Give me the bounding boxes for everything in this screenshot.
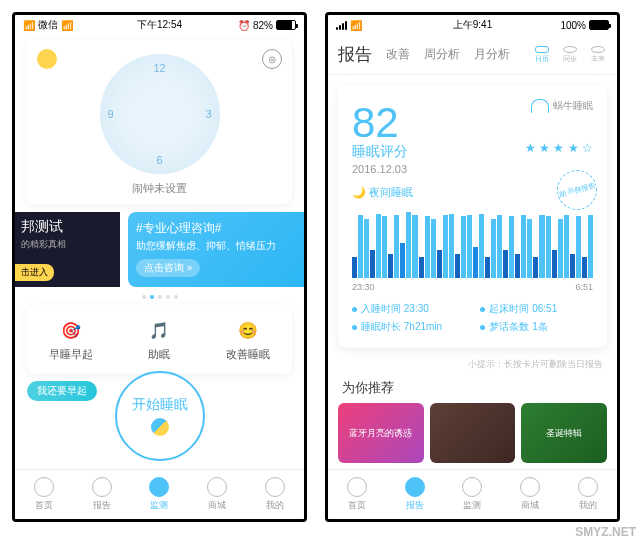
tab-report-r[interactable]: 报告 [386, 470, 444, 519]
clock-3: 3 [205, 108, 211, 120]
report-icon [405, 477, 425, 497]
face-icon: 😊 [235, 317, 261, 343]
banner1-sub: 的精彩真相 [21, 238, 114, 251]
tab-shop[interactable]: 商城 [188, 470, 246, 519]
target-icon: 🎯 [58, 317, 84, 343]
banner-test[interactable]: 邦测试 的精彩真相 击进入 [15, 212, 120, 287]
action-early[interactable]: 🎯 早睡早起 [27, 317, 115, 362]
chat-icon[interactable]: ⊜ [262, 49, 282, 69]
tab-me[interactable]: 我的 [246, 470, 304, 519]
sleep-stats: 入睡时间 23:30 起床时间 06:51 睡眠时长 7h21min 梦话条数 … [352, 302, 593, 334]
stat-duration: 睡眠时长 7h21min [352, 320, 460, 334]
carousel-dots [27, 295, 292, 299]
coin-icon[interactable] [37, 49, 57, 69]
banner1-btn[interactable]: 击进入 [15, 264, 54, 281]
recommend-title: 为你推荐 [342, 379, 603, 397]
stat-sleep-time: 入睡时间 23:30 [352, 302, 460, 316]
carrier: 微信 [38, 18, 58, 32]
tab-home[interactable]: 首页 [15, 470, 73, 519]
rec-card-3[interactable]: 圣诞特辑 [521, 403, 607, 463]
banner1-title: 邦测试 [21, 218, 114, 236]
tab-me-r[interactable]: 我的 [559, 470, 617, 519]
quick-actions: 🎯 早睡早起 🎵 助眠 😊 改善睡眠 [27, 305, 292, 374]
battery-icon [589, 20, 609, 30]
start-label: 开始睡眠 [132, 396, 188, 414]
recommend-row: 蓝牙月亮的诱惑 圣诞特辑 [328, 403, 617, 463]
star-rating: ★ ★ ★ ★ ☆ [525, 141, 593, 155]
sleep-chart [352, 208, 593, 278]
tab-home-r[interactable]: 首页 [328, 470, 386, 519]
status-time: 下午12:54 [137, 18, 182, 32]
status-bar-r: 📶 上午9:41 100% [328, 15, 617, 35]
me-icon [265, 477, 285, 497]
watermark: SMYZ.NET [575, 525, 636, 539]
alarm-unset-label: 闹钟未设置 [132, 181, 187, 196]
phone-right: 📶 上午9:41 100% 报告 改善 周分析 月分析 日历 同步 未来 蜗牛睡… [325, 12, 620, 522]
battery-icon [276, 20, 296, 30]
battery-pct-r: 100% [560, 20, 586, 31]
banner2-title: #专业心理咨询# [136, 220, 304, 237]
signal-icon [336, 21, 347, 30]
banner2-sub: 助您缓解焦虑、抑郁、情绪压力 [136, 239, 304, 253]
wifi-icon: 📶 [350, 20, 362, 31]
sync-button[interactable]: 同步 [561, 46, 579, 64]
nav-week[interactable]: 周分析 [424, 46, 460, 63]
clock-dial[interactable]: 12 3 6 9 [100, 54, 220, 174]
brand: 蜗牛睡眠 [531, 99, 593, 113]
battery-pct: 82% [253, 20, 273, 31]
home-icon [347, 477, 367, 497]
calendar-icon [535, 46, 549, 53]
banner2-btn[interactable]: 点击咨询 » [136, 259, 200, 277]
alarm-icon: ⏰ [238, 20, 250, 31]
action-sleep-aid[interactable]: 🎵 助眠 [115, 317, 203, 362]
future-button[interactable]: 未来 [589, 46, 607, 64]
phone-left: 📶 微信 📶 下午12:54 ⏰ 82% ⊜ 12 3 6 9 闹钟未设置 邦测… [12, 12, 307, 522]
home-icon [34, 477, 54, 497]
signal-icon: 📶 [23, 20, 35, 31]
tab-bar-r: 首页 报告 监测 商城 我的 [328, 469, 617, 519]
monitor-icon [462, 477, 482, 497]
me-icon [578, 477, 598, 497]
clock-card: ⊜ 12 3 6 9 闹钟未设置 [27, 39, 292, 204]
axis-end: 6:51 [575, 282, 593, 292]
clock-6: 6 [156, 154, 162, 166]
brand-logo-icon [531, 99, 549, 113]
nav-improve[interactable]: 改善 [386, 46, 410, 63]
moon-icon [151, 418, 169, 436]
action-improve[interactable]: 😊 改善睡眠 [204, 317, 292, 362]
time-axis: 23:30 6:51 [352, 282, 593, 292]
monitor-icon [149, 477, 169, 497]
clock-9: 9 [108, 108, 114, 120]
tab-bar: 首页 报告 监测 商城 我的 [15, 469, 304, 519]
rec-card-2[interactable] [430, 403, 516, 463]
calendar-button[interactable]: 日历 [533, 46, 551, 64]
early-pill[interactable]: 我还要早起 [27, 381, 97, 401]
tab-monitor-r[interactable]: 监测 [444, 470, 502, 519]
report-header: 报告 改善 周分析 月分析 日历 同步 未来 [328, 35, 617, 75]
rec-card-1[interactable]: 蓝牙月亮的诱惑 [338, 403, 424, 463]
tab-monitor[interactable]: 监测 [131, 470, 189, 519]
score-date: 2016.12.03 [352, 163, 593, 175]
report-card[interactable]: 蜗牛睡眠 82 ★ ★ ★ ★ ☆ 睡眠评分 2016.12.03 助 示例报告… [338, 85, 607, 348]
clock-12: 12 [153, 62, 165, 74]
stat-dreams: 梦话条数 1条 [480, 320, 588, 334]
sync-icon [563, 46, 577, 53]
shop-icon [207, 477, 227, 497]
axis-start: 23:30 [352, 282, 375, 292]
report-icon [92, 477, 112, 497]
nav-month[interactable]: 月分析 [474, 46, 510, 63]
stat-wake-time: 起床时间 06:51 [480, 302, 588, 316]
wifi-icon: 📶 [61, 20, 73, 31]
status-time-r: 上午9:41 [453, 18, 492, 32]
tab-shop-r[interactable]: 商城 [501, 470, 559, 519]
start-sleep-button[interactable]: 开始睡眠 [115, 371, 205, 461]
tip-text: 小提示：长按卡片可删除当日报告 [328, 358, 603, 371]
page-title: 报告 [338, 43, 372, 66]
future-icon [591, 46, 605, 53]
shop-icon [520, 477, 540, 497]
banner-consult[interactable]: #专业心理咨询# 助您缓解焦虑、抑郁、情绪压力 点击咨询 » [128, 212, 304, 287]
tab-report[interactable]: 报告 [73, 470, 131, 519]
music-icon: 🎵 [146, 317, 172, 343]
status-bar: 📶 微信 📶 下午12:54 ⏰ 82% [15, 15, 304, 35]
